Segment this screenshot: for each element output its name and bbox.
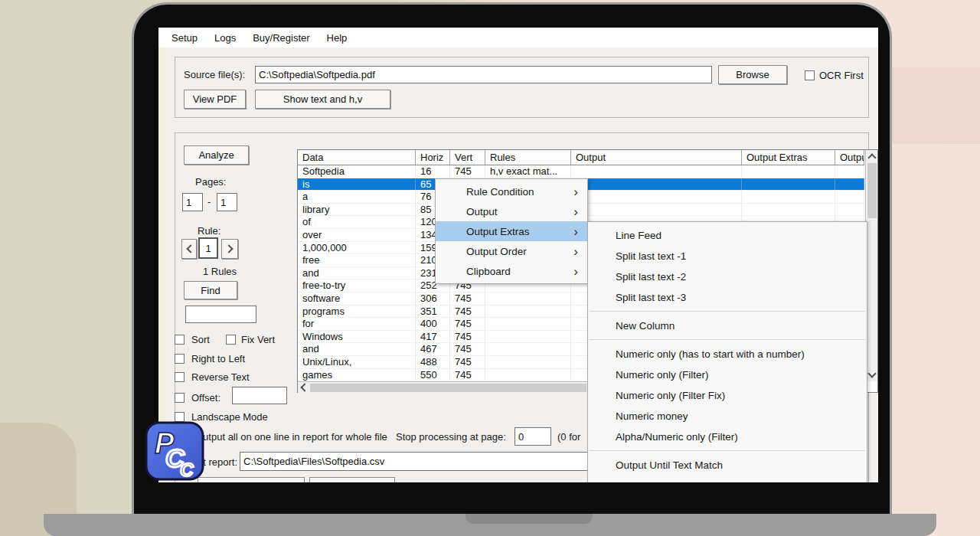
table-cell: 400 xyxy=(416,318,450,330)
table-cell: 745 xyxy=(450,293,485,305)
table-cell: free-to-try xyxy=(298,279,416,292)
offset-checkbox[interactable] xyxy=(175,393,185,403)
sort-checkbox[interactable] xyxy=(175,335,185,345)
table-cell xyxy=(835,204,864,216)
rule-prev-button[interactable] xyxy=(181,239,197,259)
menu-help[interactable]: Help xyxy=(318,32,356,44)
right-to-left-label: Right to Left xyxy=(191,353,245,364)
rule-label: Rule: xyxy=(198,225,220,237)
context-menu-item[interactable]: Output› xyxy=(436,201,587,221)
table-cell xyxy=(742,178,835,191)
table-cell: and xyxy=(298,267,416,279)
app-logo-icon: P C C xyxy=(145,421,204,481)
submenu-item[interactable]: Numeric only (Filter Fix) xyxy=(588,385,867,406)
table-cell: Windows xyxy=(298,331,416,343)
column-header[interactable]: Outpu xyxy=(835,150,864,165)
offset-input[interactable] xyxy=(232,387,287,404)
table-cell: free xyxy=(298,254,416,266)
table-cell xyxy=(485,331,571,343)
source-label: Source file(s): xyxy=(184,69,245,80)
submenu-item[interactable]: Split last text -2 xyxy=(588,266,867,287)
table-cell: a xyxy=(298,191,416,203)
table-cell xyxy=(835,178,864,191)
column-header[interactable]: Rules xyxy=(485,150,571,165)
submenu-item[interactable]: Split last text -1 xyxy=(588,246,867,266)
table-cell: 745 xyxy=(450,318,485,330)
view-pdf-button[interactable]: View PDF xyxy=(184,90,246,109)
table-cell: 745 xyxy=(450,165,485,178)
find-button[interactable]: Find xyxy=(184,281,237,299)
menu-item-label: Output xyxy=(466,206,498,217)
find-text-input[interactable] xyxy=(185,306,256,323)
menu-separator xyxy=(590,339,865,340)
table-cell: is xyxy=(298,178,416,191)
submenu-item[interactable]: Output Until Text Match xyxy=(588,455,867,476)
submenu-item[interactable]: Numeric money xyxy=(588,406,867,427)
submenu-item[interactable]: Line Feed xyxy=(588,225,867,246)
fix-vert-checkbox[interactable] xyxy=(226,335,236,345)
table-cell: 488 xyxy=(416,356,450,368)
submenu-item[interactable]: Split last text -3 xyxy=(588,287,867,308)
ocr-first-checkbox[interactable] xyxy=(805,70,815,80)
menu-logs[interactable]: Logs xyxy=(206,32,244,44)
source-path-input[interactable] xyxy=(255,66,712,83)
submenu-arrow-icon: › xyxy=(573,265,578,278)
column-header[interactable]: Data xyxy=(298,150,416,165)
desktop-strip xyxy=(158,47,166,482)
column-header[interactable]: Output Extras xyxy=(742,150,835,165)
submenu-item[interactable]: New Column xyxy=(588,315,867,336)
cutoff-button[interactable] xyxy=(198,477,305,482)
laptop-base xyxy=(44,514,936,536)
table-cell xyxy=(571,178,742,191)
column-header[interactable]: Output xyxy=(571,150,742,165)
menu-separator xyxy=(590,450,865,451)
rule-number-input[interactable] xyxy=(198,237,218,259)
table-cell xyxy=(742,204,835,216)
show-text-button[interactable]: Show text and h,v xyxy=(255,90,390,109)
ocr-first-label: OCR First xyxy=(819,70,864,81)
fix-vert-label: Fix Vert xyxy=(241,334,275,345)
stop-page-input[interactable] xyxy=(514,427,551,446)
horizontal-scroll-thumb[interactable] xyxy=(310,384,586,392)
menu-setup[interactable]: Setup xyxy=(163,32,206,44)
right-to-left-checkbox[interactable] xyxy=(175,354,185,364)
scroll-left-button[interactable] xyxy=(298,382,309,393)
table-cell xyxy=(742,191,835,203)
reverse-text-checkbox[interactable] xyxy=(175,372,185,382)
desktop-background: Setup Logs Buy/Register Help Source file… xyxy=(0,0,980,536)
reverse-text-label: Reverse Text xyxy=(191,371,250,383)
context-menu-item[interactable]: Clipboard› xyxy=(436,261,587,281)
context-menu-item[interactable]: Output Extras› xyxy=(436,221,587,241)
laptop-notch xyxy=(466,514,593,524)
context-menu-item[interactable]: Output Order› xyxy=(436,241,587,261)
submenu-arrow-icon: › xyxy=(573,205,578,218)
chevron-left-icon xyxy=(300,383,309,391)
submenu-item[interactable]: Numeric only (has to start with a number… xyxy=(588,344,867,364)
submenu-item[interactable]: Alpha/Numeric only (Filter) xyxy=(588,427,867,447)
menu-buy-register[interactable]: Buy/Register xyxy=(244,32,318,44)
submenu-arrow-icon: › xyxy=(573,245,578,258)
table-cell xyxy=(485,356,571,368)
scroll-down-button[interactable] xyxy=(866,368,877,381)
column-header[interactable]: Horiz xyxy=(416,150,450,165)
table-row[interactable]: Softpedia16745h,v exact mat... xyxy=(298,165,864,178)
table-cell: Unix/Linux, xyxy=(298,356,416,368)
browse-button[interactable]: Browse xyxy=(718,65,787,84)
scroll-up-button[interactable] xyxy=(866,150,877,162)
column-header[interactable]: Vert xyxy=(450,150,485,165)
submenu-item[interactable]: Numeric only (Filter) xyxy=(588,364,867,385)
page-from-input[interactable] xyxy=(182,193,203,211)
sort-label: Sort xyxy=(191,334,210,345)
analyze-button[interactable]: Analyze xyxy=(184,145,249,165)
table-cell: h,v exact mat... xyxy=(485,165,571,178)
rule-next-button[interactable] xyxy=(221,239,238,259)
submenu-item[interactable]: Output Text Before Match xyxy=(588,476,867,482)
table-cell: 745 xyxy=(450,331,485,343)
vertical-scroll-thumb[interactable] xyxy=(867,163,877,218)
cutoff-button[interactable] xyxy=(309,477,395,482)
chevron-up-icon xyxy=(867,153,876,162)
page-to-input[interactable] xyxy=(217,193,237,211)
pages-label: Pages: xyxy=(195,176,226,188)
svg-text:C: C xyxy=(180,459,194,480)
context-menu-item[interactable]: Rule Condition› xyxy=(436,181,587,201)
